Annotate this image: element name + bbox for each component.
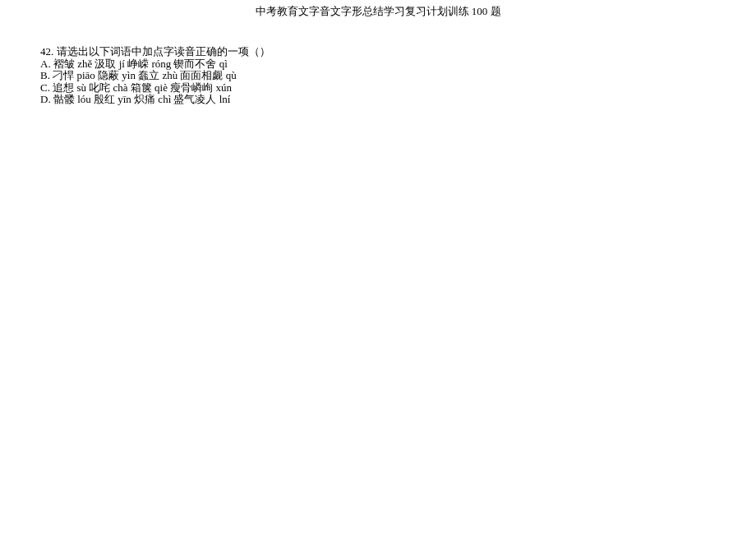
page-title: 中考教育文字音文字形总结学习复习计划训练 100 题 bbox=[0, 0, 756, 19]
question-prompt: 42. 请选出以下词语中加点字读音正确的一项（） bbox=[40, 46, 756, 58]
option-c: C. 追想 sù 叱咤 chà 箱箧 qiè 瘦骨嶙峋 xún bbox=[40, 82, 756, 95]
option-a: A. 褶皱 zhě 汲取 jí 峥嵘 róng 锲而不舍 qì bbox=[40, 58, 756, 71]
option-b: B. 刁悍 piāo 隐蔽 yìn 蠢立 zhù 面面相觑 qù bbox=[40, 70, 756, 82]
option-d: D. 骷髅 lóu 殷红 yīn 炽痛 chì 盛气凌人 lní bbox=[40, 94, 756, 106]
question-content: 42. 请选出以下词语中加点字读音正确的一项（） A. 褶皱 zhě 汲取 jí… bbox=[0, 19, 756, 106]
